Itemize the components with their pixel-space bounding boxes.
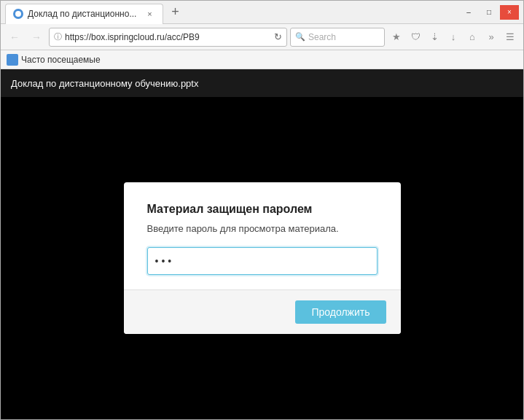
maximize-button[interactable]: □: [480, 5, 498, 20]
address-text: https://box.ispringcloud.ru/acc/PB9: [65, 32, 271, 42]
search-bar[interactable]: 🔍 Search: [290, 28, 385, 47]
close-icon: ×: [507, 8, 512, 16]
search-placeholder: Search: [308, 32, 336, 42]
bookmark-favicon: [7, 54, 18, 66]
page-title: Доклад по дистанционному обучению.pptx: [11, 78, 198, 89]
active-tab[interactable]: Доклад по дистанционно... ×: [5, 4, 163, 24]
title-bar: Доклад по дистанционно... × + – □ ×: [1, 1, 523, 24]
close-button[interactable]: ×: [500, 5, 519, 20]
tab-title: Доклад по дистанционно...: [28, 9, 136, 19]
dialog-overlay: Материал защищен паролем Введите пароль …: [1, 97, 523, 419]
window-controls: – □ ×: [459, 5, 519, 20]
forward-button: →: [27, 28, 46, 47]
bookmark-label[interactable]: Часто посещаемые: [21, 55, 101, 65]
download-button[interactable]: ↓: [445, 28, 462, 46]
back-button: ←: [5, 28, 24, 47]
dialog-title: Материал защищен паролем: [147, 203, 378, 216]
bookmarks-bar: Часто посещаемые: [1, 50, 523, 69]
continue-button[interactable]: Продолжить: [295, 300, 386, 324]
nav-bar: ← → ⓘ https://box.ispringcloud.ru/acc/PB…: [1, 24, 523, 50]
back-icon: ←: [9, 31, 20, 43]
page-title-bar: Доклад по дистанционному обучению.pptx: [1, 69, 523, 97]
reload-button[interactable]: ↻: [274, 31, 282, 42]
search-icon: 🔍: [295, 32, 305, 42]
pocket-button[interactable]: ⇣: [426, 28, 443, 46]
page-content: Доклад по дистанционному обучению.pptx М…: [1, 69, 523, 419]
menu-button[interactable]: ☰: [501, 28, 519, 46]
title-bar-left: Доклад по дистанционно... × +: [5, 1, 459, 24]
forward-icon: →: [31, 31, 42, 43]
dialog-footer: Продолжить: [124, 289, 401, 334]
plus-icon: +: [171, 4, 179, 20]
tab-close-icon: ×: [147, 9, 152, 18]
dialog-box: Материал защищен паролем Введите пароль …: [124, 182, 401, 334]
password-input[interactable]: [147, 247, 378, 275]
minimize-button[interactable]: –: [459, 5, 478, 20]
dialog-subtitle: Введите пароль для просмотра материала.: [147, 223, 378, 234]
address-bar[interactable]: ⓘ https://box.ispringcloud.ru/acc/PB9 ↻: [49, 28, 287, 47]
new-tab-button[interactable]: +: [166, 4, 184, 21]
overflow-button[interactable]: »: [482, 28, 500, 46]
tab-close-button[interactable]: ×: [144, 8, 155, 20]
tab-favicon: [13, 9, 23, 19]
star-button[interactable]: ★: [388, 28, 405, 46]
minimize-icon: –: [466, 8, 471, 16]
maximize-icon: □: [487, 8, 491, 16]
favicon-inner: [15, 11, 21, 17]
browser-window: Доклад по дистанционно... × + – □ × ←: [0, 0, 524, 420]
nav-icons: ★ 🛡 ⇣ ↓ ⌂ » ☰: [388, 28, 519, 46]
shield-button[interactable]: 🛡: [407, 28, 424, 46]
home-button[interactable]: ⌂: [464, 28, 481, 46]
info-icon: ⓘ: [54, 31, 62, 42]
